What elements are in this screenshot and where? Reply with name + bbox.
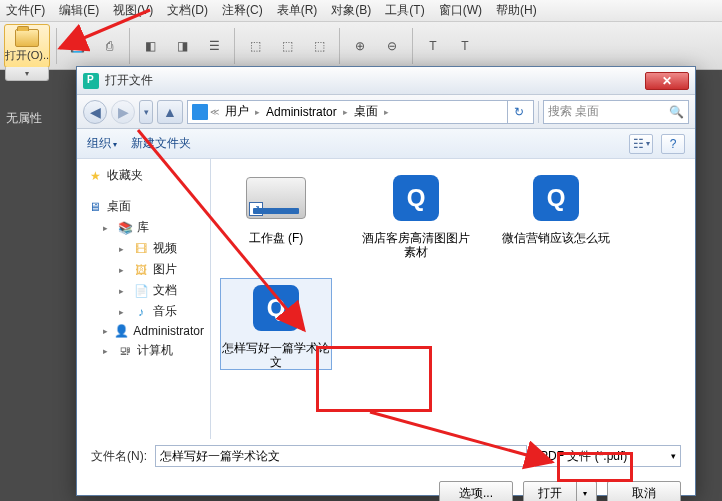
- file-item-pdf[interactable]: Q 酒店客房高清图图片素材: [361, 169, 471, 259]
- folder-open-icon: [15, 29, 39, 47]
- tree-music[interactable]: ▸♪音乐: [81, 301, 206, 322]
- tool-icon[interactable]: ◧: [136, 32, 164, 60]
- search-icon: 🔍: [669, 105, 684, 119]
- refresh-icon[interactable]: ↻: [507, 100, 529, 124]
- save-icon[interactable]: 💾: [63, 32, 91, 60]
- file-type-filter[interactable]: PDF 文件 (*.pdf) ▾: [535, 445, 681, 467]
- tool-icon[interactable]: ⬚: [305, 32, 333, 60]
- breadcrumb-segment[interactable]: 用户: [221, 103, 253, 120]
- search-placeholder: 搜索 桌面: [548, 103, 599, 120]
- file-label: 微信营销应该怎么玩: [502, 231, 610, 245]
- tree-documents[interactable]: ▸📄文档: [81, 280, 206, 301]
- menu-help[interactable]: 帮助(H): [496, 2, 537, 19]
- file-item-pdf-selected[interactable]: Q 怎样写好一篇学术论文: [221, 279, 331, 369]
- menu-bar: 文件(F) 编辑(E) 视图(V) 文档(D) 注释(C) 表单(R) 对象(B…: [0, 0, 722, 22]
- nav-row: ◀ ▶ ▾ ▲ ≪ 用户 ▸ Administrator ▸ 桌面 ▸ ↻ 搜索…: [77, 95, 695, 129]
- breadcrumb[interactable]: ≪ 用户 ▸ Administrator ▸ 桌面 ▸ ↻: [187, 100, 534, 124]
- organize-row: 组织▾ 新建文件夹 ☷▾ ?: [77, 129, 695, 159]
- tree-pictures[interactable]: ▸🖼图片: [81, 259, 206, 280]
- tree-videos[interactable]: ▸🎞视频: [81, 238, 206, 259]
- chevron-down-icon: ▾: [671, 451, 676, 461]
- up-button[interactable]: ▲: [157, 100, 183, 124]
- menu-window[interactable]: 窗口(W): [439, 2, 482, 19]
- filename-row: 文件名(N): PDF 文件 (*.pdf) ▾: [77, 439, 695, 473]
- button-row: 选项... 打开 ▾ 取消: [77, 473, 695, 501]
- pdf-icon: Q: [253, 285, 299, 331]
- dialog-title: 打开文件: [105, 72, 645, 89]
- view-mode-button[interactable]: ☷▾: [629, 134, 653, 154]
- tree-computer[interactable]: ▸🖳计算机: [81, 340, 206, 361]
- file-item-drive[interactable]: ↗ 工作盘 (F): [221, 169, 331, 259]
- tree-libraries[interactable]: ▸📚库: [81, 217, 206, 238]
- zoom-out-icon[interactable]: ⊖: [378, 32, 406, 60]
- tool-icon[interactable]: ⬚: [273, 32, 301, 60]
- filename-label: 文件名(N):: [91, 448, 147, 465]
- back-button[interactable]: ◀: [83, 100, 107, 124]
- breadcrumb-segment[interactable]: 桌面: [350, 103, 382, 120]
- file-list: ↗ 工作盘 (F) Q 酒店客房高清图图片素材 Q 微信营销应该怎么玩 Q 怎样…: [211, 159, 695, 439]
- menu-edit[interactable]: 编辑(E): [59, 2, 99, 19]
- menu-tools[interactable]: 工具(T): [385, 2, 424, 19]
- help-icon[interactable]: ?: [661, 134, 685, 154]
- open-file-dialog: 打开文件 ✕ ◀ ▶ ▾ ▲ ≪ 用户 ▸ Administrator ▸ 桌面…: [76, 66, 696, 496]
- tool-icon[interactable]: ☰: [200, 32, 228, 60]
- forward-button[interactable]: ▶: [111, 100, 135, 124]
- tree-desktop[interactable]: 🖥桌面: [81, 196, 206, 217]
- folder-tree: ★收藏夹 🖥桌面 ▸📚库 ▸🎞视频 ▸🖼图片 ▸📄文档 ▸♪音乐 ▸👤Admin…: [77, 159, 211, 439]
- print-icon[interactable]: ⎙: [95, 32, 123, 60]
- file-item-pdf[interactable]: Q 微信营销应该怎么玩: [501, 169, 611, 259]
- open-confirm-button[interactable]: 打开 ▾: [523, 481, 597, 501]
- open-button[interactable]: 打开(O).. ▾: [4, 24, 50, 68]
- organize-button[interactable]: 组织▾: [87, 135, 117, 152]
- menu-comment[interactable]: 注释(C): [222, 2, 263, 19]
- menu-view[interactable]: 视图(V): [113, 2, 153, 19]
- menu-document[interactable]: 文档(D): [167, 2, 208, 19]
- history-dropdown[interactable]: ▾: [139, 100, 153, 124]
- file-label: 酒店客房高清图图片素材: [361, 231, 471, 259]
- open-dropdown-caret[interactable]: ▾: [5, 67, 49, 81]
- file-label: 工作盘 (F): [249, 231, 304, 245]
- menu-object[interactable]: 对象(B): [331, 2, 371, 19]
- menu-form[interactable]: 表单(R): [277, 2, 318, 19]
- search-input[interactable]: 搜索 桌面 🔍: [543, 100, 689, 124]
- tree-favorites[interactable]: ★收藏夹: [81, 165, 206, 186]
- menu-file[interactable]: 文件(F): [6, 2, 45, 19]
- filename-input[interactable]: [155, 445, 527, 467]
- file-label: 怎样写好一篇学术论文: [221, 341, 331, 369]
- location-icon: [192, 104, 208, 120]
- open-button-label: 打开(O)..: [5, 48, 49, 63]
- text-icon[interactable]: T: [419, 32, 447, 60]
- main-toolbar: 打开(O).. ▾ 💾 ⎙ ◧ ◨ ☰ ⬚ ⬚ ⬚ ⊕ ⊖ T T: [0, 22, 722, 70]
- breadcrumb-segment[interactable]: Administrator: [262, 105, 341, 119]
- new-folder-button[interactable]: 新建文件夹: [131, 135, 191, 152]
- options-button[interactable]: 选项...: [439, 481, 513, 501]
- pdf-icon: Q: [393, 175, 439, 221]
- text-icon[interactable]: T: [451, 32, 479, 60]
- pdf-icon: Q: [533, 175, 579, 221]
- drive-icon: ↗: [246, 177, 306, 219]
- tool-icon[interactable]: ⬚: [241, 32, 269, 60]
- close-button[interactable]: ✕: [645, 72, 689, 90]
- app-icon: [83, 73, 99, 89]
- tool-icon[interactable]: ◨: [168, 32, 196, 60]
- open-split-caret[interactable]: ▾: [576, 482, 592, 501]
- cancel-button[interactable]: 取消: [607, 481, 681, 501]
- no-properties-label: 无属性: [6, 110, 42, 127]
- dialog-titlebar: 打开文件 ✕: [77, 67, 695, 95]
- tree-admin[interactable]: ▸👤Administrator: [81, 322, 206, 340]
- zoom-in-icon[interactable]: ⊕: [346, 32, 374, 60]
- filter-label: PDF 文件 (*.pdf): [540, 448, 627, 465]
